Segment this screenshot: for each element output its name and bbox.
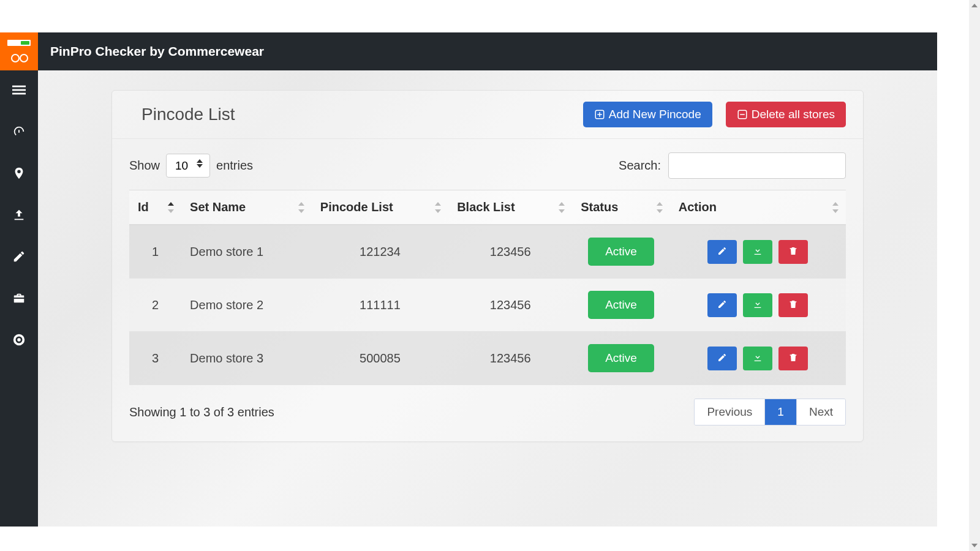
- cell-pincode: 121234: [312, 225, 448, 279]
- cell-status: Active: [572, 279, 670, 332]
- th-black-list[interactable]: Black List: [448, 190, 572, 225]
- topbar: PinPro Checker by Commercewear: [0, 32, 937, 70]
- page-1-button[interactable]: 1: [764, 399, 796, 425]
- edit-row-button[interactable]: [707, 347, 737, 370]
- download-icon: [753, 246, 763, 258]
- show-label: Show: [129, 159, 160, 173]
- sidebar: [0, 70, 38, 527]
- table-controls: Show 10 entries Search:: [129, 152, 846, 179]
- cell-action: [670, 332, 846, 385]
- th-pincode-list[interactable]: Pincode List: [312, 190, 448, 225]
- app-window: PinPro Checker by Commercewear: [0, 32, 937, 527]
- entries-label: entries: [216, 159, 253, 173]
- delete-row-button[interactable]: [778, 293, 808, 317]
- th-action[interactable]: Action: [670, 190, 846, 225]
- scroll-down-arrow-icon[interactable]: [969, 540, 980, 551]
- pincode-card: Pincode List Add New Pincode Delete all …: [111, 90, 864, 442]
- scroll-up-arrow-icon[interactable]: [969, 0, 980, 11]
- download-row-button[interactable]: [743, 240, 772, 264]
- search-control: Search:: [619, 152, 846, 179]
- prev-page-button[interactable]: Previous: [695, 399, 764, 425]
- table-row: 3Demo store 3500085123456Active: [129, 332, 846, 385]
- cell-set-name: Demo store 2: [181, 279, 312, 332]
- app-title: PinPro Checker by Commercewear: [50, 44, 264, 59]
- table-row: 1Demo store 1121234123456Active: [129, 225, 846, 279]
- add-pincode-label: Add New Pincode: [609, 108, 701, 121]
- delete-row-button[interactable]: [778, 240, 808, 264]
- edit-row-button[interactable]: [707, 293, 737, 317]
- table-row: 2Demo store 2111111123456Active: [129, 279, 846, 332]
- edit-icon[interactable]: [10, 248, 28, 265]
- briefcase-icon[interactable]: [10, 290, 28, 307]
- vertical-scrollbar[interactable]: [969, 0, 980, 551]
- download-row-button[interactable]: [743, 293, 772, 317]
- dashboard-icon[interactable]: [10, 123, 28, 140]
- cell-action: [670, 279, 846, 332]
- cell-set-name: Demo store 3: [181, 332, 312, 385]
- pencil-icon: [717, 246, 727, 258]
- next-page-button[interactable]: Next: [796, 399, 845, 425]
- edit-row-button[interactable]: [707, 240, 737, 264]
- cell-pincode: 500085: [312, 332, 448, 385]
- page-length-select[interactable]: 10: [166, 154, 210, 178]
- cell-id: 2: [129, 279, 181, 332]
- app-logo[interactable]: [0, 32, 38, 70]
- main-content: Pincode List Add New Pincode Delete all …: [38, 70, 937, 527]
- cell-status: Active: [572, 332, 670, 385]
- status-badge: Active: [588, 238, 654, 266]
- svg-rect-0: [12, 86, 26, 88]
- upload-icon[interactable]: [10, 206, 28, 223]
- location-pin-icon[interactable]: [10, 165, 28, 182]
- svg-rect-5: [597, 114, 602, 115]
- length-control: Show 10 entries: [129, 154, 253, 178]
- download-icon: [753, 353, 763, 364]
- th-id[interactable]: Id: [129, 190, 181, 225]
- search-input[interactable]: [668, 152, 846, 179]
- cell-status: Active: [572, 225, 670, 279]
- cell-id: 1: [129, 225, 181, 279]
- th-set-name[interactable]: Set Name: [181, 190, 312, 225]
- support-icon[interactable]: [10, 331, 28, 348]
- svg-rect-1: [12, 89, 26, 91]
- card-header: Pincode List Add New Pincode Delete all …: [112, 91, 863, 139]
- delete-row-button[interactable]: [778, 347, 808, 370]
- download-row-button[interactable]: [743, 347, 772, 370]
- status-badge: Active: [588, 291, 654, 319]
- menu-toggle-icon[interactable]: [10, 81, 28, 99]
- search-label: Search:: [619, 159, 661, 173]
- svg-rect-2: [12, 93, 26, 95]
- cell-blacklist: 123456: [448, 225, 572, 279]
- delete-all-button[interactable]: Delete all stores: [726, 102, 846, 127]
- trash-icon: [788, 353, 798, 364]
- cell-blacklist: 123456: [448, 279, 572, 332]
- pencil-icon: [717, 353, 727, 364]
- download-icon: [753, 299, 763, 311]
- card-title: Pincode List: [141, 105, 235, 124]
- trash-icon: [788, 299, 798, 311]
- cell-set-name: Demo store 1: [181, 225, 312, 279]
- table-footer: Showing 1 to 3 of 3 entries Previous 1 N…: [129, 399, 846, 425]
- pagination: Previous 1 Next: [694, 399, 846, 425]
- th-status[interactable]: Status: [572, 190, 670, 225]
- status-badge: Active: [588, 344, 654, 372]
- trash-icon: [788, 246, 798, 258]
- svg-rect-7: [740, 114, 745, 115]
- cell-id: 3: [129, 332, 181, 385]
- pencil-icon: [717, 299, 727, 311]
- delete-all-label: Delete all stores: [752, 108, 835, 121]
- cell-pincode: 111111: [312, 279, 448, 332]
- cell-action: [670, 225, 846, 279]
- header-actions: Add New Pincode Delete all stores: [583, 102, 846, 127]
- pincode-table: Id Set Name Pincode List Black List Stat…: [129, 190, 846, 385]
- table-info: Showing 1 to 3 of 3 entries: [129, 405, 274, 419]
- add-pincode-button[interactable]: Add New Pincode: [583, 102, 712, 127]
- cell-blacklist: 123456: [448, 332, 572, 385]
